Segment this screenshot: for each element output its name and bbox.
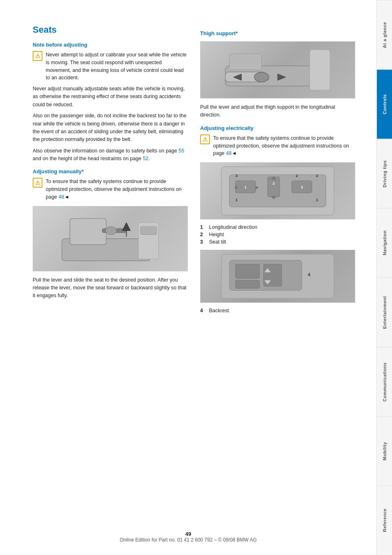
page-footer: 49 Online Edition for Part no. 01 41 2 6… xyxy=(0,531,376,543)
page-number: 49 xyxy=(0,531,376,537)
adjusting-manually-heading: Adjusting manually* xyxy=(33,168,188,175)
svg-text:1: 1 xyxy=(245,185,247,189)
electric-warning-box: ⚠ To ensure that the safety systems cont… xyxy=(200,134,355,157)
svg-rect-13 xyxy=(310,50,330,90)
list-num-1: 1 xyxy=(200,224,206,230)
sidebar-tab-driving-tips[interactable]: Driving tips xyxy=(377,139,392,208)
manual-caption: Pull the lever and slide the seat to the… xyxy=(33,276,188,300)
svg-text:3: 3 xyxy=(236,173,238,178)
svg-marker-3 xyxy=(122,222,131,231)
svg-text:2: 2 xyxy=(273,181,275,186)
list-label-3: Seat tilt xyxy=(209,239,226,245)
sidebar-tab-reference[interactable]: Reference xyxy=(377,486,392,555)
manual-symbol: ◄ xyxy=(64,194,69,200)
thigh-support-heading: Thigh support* xyxy=(200,30,355,36)
thigh-support-svg xyxy=(200,42,355,98)
note-before-adjusting-heading: Note before adjusting xyxy=(33,42,188,48)
list-label-4: Backrest xyxy=(209,308,229,313)
note-body-1: Never adjust manually adjustable seats w… xyxy=(33,85,188,109)
list-item-4: 4 Backrest xyxy=(200,308,355,313)
list-item-2: 2 Height xyxy=(200,232,355,237)
electric-control-image: 1 2 3 3 2 1 1 2 xyxy=(200,162,355,219)
list-num-3: 3 xyxy=(200,239,206,245)
electric-warning-text: To ensure that the safety systems contin… xyxy=(213,134,355,157)
svg-rect-7 xyxy=(140,226,157,235)
numbered-list-1-3: 1 Longitudinal direction 2 Height 3 Seat… xyxy=(200,224,355,245)
adjusting-electrically-heading: Adjusting electrically xyxy=(200,125,355,131)
sidebar-tab-mobility[interactable]: Mobility xyxy=(377,416,392,486)
thigh-caption: Pull the lever and adjust the thigh supp… xyxy=(200,103,355,119)
electric-symbol: ◄ xyxy=(232,150,236,156)
manual-warning-box: ⚠ To ensure that the safety systems cont… xyxy=(33,178,188,201)
svg-text:4: 4 xyxy=(308,272,310,277)
note-middle-text: and on the height of the head restraints… xyxy=(33,156,141,161)
page-title: Seats xyxy=(33,25,188,35)
svg-text:2: 2 xyxy=(296,173,298,178)
svg-rect-37 xyxy=(236,264,260,278)
sidebar-tab-navigation[interactable]: Navigation xyxy=(377,208,392,278)
manual-link[interactable]: 48 xyxy=(58,194,64,200)
svg-rect-38 xyxy=(264,264,282,286)
backrest-svg: 4 xyxy=(200,250,355,302)
manual-seat-svg xyxy=(33,206,187,271)
sidebar-tab-entertainment[interactable]: Entertainment xyxy=(377,278,392,347)
sidebar-tab-controls[interactable]: Controls xyxy=(377,69,392,139)
svg-point-5 xyxy=(105,226,117,235)
left-column: Seats Note before adjusting ⚠ Never atte… xyxy=(33,25,188,530)
note-link-1[interactable]: 55 xyxy=(178,148,184,154)
svg-text:1: 1 xyxy=(316,197,318,202)
manual-seat-image xyxy=(33,206,188,271)
list-num-4: 4 xyxy=(200,308,206,313)
svg-rect-1 xyxy=(70,218,106,244)
manual-warning-text: To ensure that the safety systems contin… xyxy=(46,178,188,201)
svg-text:3: 3 xyxy=(301,185,303,189)
main-content: Seats Note before adjusting ⚠ Never atte… xyxy=(0,0,376,555)
thigh-support-image xyxy=(200,41,355,98)
svg-point-10 xyxy=(254,72,269,82)
warning-icon-2: ⚠ xyxy=(33,178,42,188)
warning-icon-3: ⚠ xyxy=(200,134,210,144)
sidebar: At a glance Controls Driving tips Naviga… xyxy=(376,0,392,555)
note-body-3: Also observe the information on damage t… xyxy=(33,147,188,163)
svg-text:2: 2 xyxy=(316,173,318,178)
note-link-2[interactable]: 52 xyxy=(143,156,149,161)
list-num-2: 2 xyxy=(200,232,206,237)
sidebar-tab-at-a-glance[interactable]: At a glance xyxy=(377,0,392,69)
warning-icon-1: ⚠ xyxy=(33,51,42,61)
electric-link[interactable]: 48 xyxy=(226,150,232,156)
right-column: Thigh support* xyxy=(200,25,355,530)
list-label-1: Longitudinal direction xyxy=(209,224,257,230)
page-container: Seats Note before adjusting ⚠ Never atte… xyxy=(0,0,392,555)
list-item-1: 1 Longitudinal direction xyxy=(200,224,355,230)
svg-rect-39 xyxy=(236,280,260,289)
list-label-2: Height xyxy=(209,232,224,237)
backrest-image: 4 xyxy=(200,250,355,303)
list-item-3: 3 Seat tilt xyxy=(200,239,355,245)
note-end: . xyxy=(149,156,150,161)
note-warning-text: Never attempt to adjust or calibrate you… xyxy=(46,51,188,82)
svg-rect-24 xyxy=(267,177,280,197)
note-body-2: Also on the passenger side, do not incli… xyxy=(33,112,188,144)
numbered-list-4: 4 Backrest xyxy=(200,308,355,313)
electric-control-svg: 1 2 3 3 2 1 1 2 xyxy=(200,163,355,219)
note-warning-box: ⚠ Never attempt to adjust or calibrate y… xyxy=(33,51,188,82)
footer-text: Online Edition for Part no. 01 41 2 600 … xyxy=(0,537,376,543)
sidebar-tab-communications[interactable]: Communications xyxy=(377,347,392,416)
svg-text:1: 1 xyxy=(236,197,238,202)
note-body-3-text: Also observe the information on damage t… xyxy=(33,148,177,154)
